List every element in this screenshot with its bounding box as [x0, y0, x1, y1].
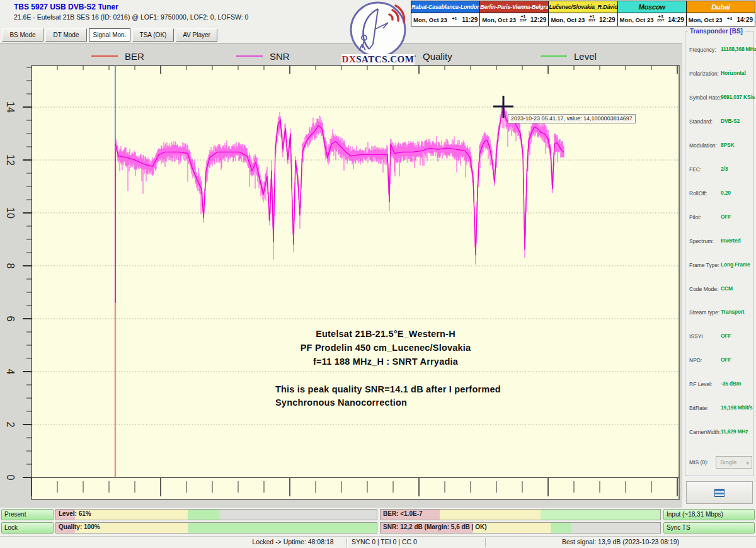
logo-wordmark: DXSATCS.COM — [341, 54, 415, 65]
legend-label: SNR — [270, 51, 290, 62]
legend-swatch — [541, 55, 567, 57]
clock-city: Moscow — [618, 1, 686, 13]
y-axis-tick-label: 8 — [6, 256, 16, 275]
signal-indicator-bars: PresentLevel: 61%BER: <1.0E-7Input (~18,… — [0, 509, 756, 536]
status-box: Present — [1, 509, 54, 520]
legend-swatch — [236, 55, 263, 57]
annotation-line1: Eutelsat 21B-21.5°E_Western-H — [209, 327, 562, 341]
progress-segment — [188, 523, 377, 533]
transponder-row: Modulation:8PSK — [685, 142, 755, 151]
clock-utc-offset: +4 — [727, 16, 732, 21]
transponder-groupbox: Transponder [BS] Frequency:11188,368 MHz… — [685, 31, 754, 476]
tuner-subtitle: 21.6E - Eutelsat 21B SES 16 (ID: 0216) @… — [14, 13, 248, 21]
transponder-row-label: RollOff: — [689, 190, 707, 197]
transponder-row-value: CCM — [721, 285, 733, 292]
transponder-row: NPD:OFF — [685, 357, 755, 366]
transponder-row-label: NPD: — [689, 357, 702, 363]
annotation-line4: This is peak quality SNR=14.1 dB after I… — [275, 383, 501, 396]
legend-label: BER — [125, 51, 144, 62]
progress-bar: Level: 61% — [55, 509, 377, 520]
clock-time-value: 11:29 — [462, 16, 478, 23]
clock-utc-offset: +1DST — [588, 14, 595, 23]
y-axis-tick-label: 2 — [6, 415, 16, 434]
progress-segment — [188, 510, 219, 520]
clock-time: Mon, Oct 23+111:29 — [411, 13, 479, 26]
signal-row: LockQuality: 100%SNR: 12,2 dB (Margin: 5… — [0, 522, 756, 534]
transponder-row-value: 11188,368 MHz — [721, 46, 756, 52]
legend-label: Quality — [423, 51, 452, 62]
y-axis-tick-label: 6 — [6, 309, 16, 328]
clock-3: MoscowMon, Oct 23+3DST14:29 — [618, 1, 687, 26]
transponder-row: RF Level:-35 dBm — [685, 381, 755, 390]
transponder-row-label: Spectrum: — [689, 238, 714, 244]
transponder-row-label: CarrierWidth: — [689, 429, 721, 435]
transponder-row-value: DVB-S2 — [721, 118, 740, 124]
tab-tsa-ok-[interactable]: TSA (OK) — [132, 28, 174, 42]
tab-av-player[interactable]: AV Player — [176, 28, 217, 42]
dxsatcs-logo: DXSATCS.COM — [341, 0, 415, 67]
progress-bar-label: BER: <1.0E-7 — [383, 510, 423, 517]
status-divider — [485, 538, 486, 547]
clock-1: Berlin-Paris-Vienna-BelgradeMon, Oct 23+… — [480, 1, 549, 26]
transponder-row: BitRate:19,198 Mbit/s — [685, 405, 755, 414]
transponder-row: Polarization:Horizontal — [685, 71, 755, 79]
clock-utc-offset: +3DST — [657, 14, 664, 23]
mis-select[interactable]: Single ▾ — [716, 456, 752, 469]
snr-plot — [19, 60, 682, 506]
transponder-row: CarrierWidth:11,629 MHz — [685, 429, 755, 438]
clock-time-value: 12:29 — [530, 16, 547, 23]
transponder-row-value: OFF — [721, 357, 731, 363]
transponder-panel: Transponder [BS] Frequency:11188,368 MHz… — [684, 28, 756, 508]
signal-chart-panel: BERSNRQualityLevel 02468101214 Eutelsat … — [0, 43, 682, 508]
annotation-line3: f=11 188 MHz_H : SNRT Arryadia — [209, 355, 562, 368]
transponder-row-value: OFF — [721, 214, 731, 220]
transponder-row: FEC:2/3 — [685, 166, 755, 175]
dst-flag: DST — [520, 19, 527, 23]
transponder-row: Pilot:OFF — [685, 214, 755, 223]
status-uptime: Locked -> Uptime: 48:08:18 — [252, 538, 333, 545]
progress-bar: Quality: 100% — [55, 522, 377, 534]
clock-date: Mon, Oct 23 — [482, 16, 516, 23]
transponder-row-label: Standard: — [689, 118, 713, 125]
clock-time: Mon, Oct 23+3DST14:29 — [618, 13, 686, 26]
progress-segment — [75, 510, 188, 520]
mis-row: MIS (0): Single ▾ — [685, 456, 755, 470]
transponder-row: Frequency:11188,368 MHz — [685, 47, 755, 55]
transponder-row-value: 19,198 Mbit/s — [721, 404, 752, 411]
clock-date: Mon, Oct 23 — [620, 16, 654, 23]
offset-value: +4 — [727, 16, 732, 21]
transponder-row-label: Frequency: — [689, 47, 716, 53]
transponder-row-label: Stream type: — [689, 309, 719, 316]
transponder-row-label: RF Level: — [689, 381, 712, 387]
progress-segment — [571, 523, 660, 533]
transponder-row-label: Polarization: — [689, 71, 719, 77]
clock-date: Mon, Oct 23 — [689, 16, 723, 23]
transponder-row-value: Inverted — [721, 237, 740, 244]
transponder-row-value: 0.20 — [721, 190, 731, 196]
transponder-row: Frame Type:Long Frame — [685, 262, 755, 271]
mode-tabs: BS ModeDT ModeSignal Mon.TSA (OK)AV Play… — [2, 28, 217, 42]
transponder-title: Transponder [BS] — [688, 28, 745, 35]
chart-annotation-note: This is peak quality SNR=14.1 dB after I… — [275, 383, 501, 409]
status-divider — [346, 538, 348, 547]
tab-dt-mode[interactable]: DT Mode — [45, 28, 87, 42]
chart-annotation-header: Eutelsat 21B-21.5°E_Western-H PF Prodeli… — [209, 327, 562, 368]
annotation-line5: Synchronous Nanocorrection — [275, 396, 501, 409]
clock-time-value: 14:29 — [668, 16, 684, 23]
signal-row: PresentLevel: 61%BER: <1.0E-7Input (~18,… — [0, 509, 756, 520]
clock-date: Mon, Oct 23 — [551, 16, 585, 23]
transponder-row: Spectrum:Inverted — [685, 238, 755, 247]
status-box: Lock — [1, 522, 54, 534]
y-axis-tick-label: 0 — [6, 468, 16, 487]
transponder-row-value: Long Frame — [721, 261, 750, 268]
progress-segment — [219, 510, 377, 520]
progress-segment — [541, 510, 660, 520]
progress-segment — [440, 510, 541, 520]
clock-utc-offset: +1 — [452, 16, 457, 21]
transponder-row-value: -35 dBm — [721, 380, 741, 387]
tab-signal-mon-[interactable]: Signal Mon. — [89, 28, 130, 42]
transponder-row: Stream type:Transport — [685, 309, 755, 318]
y-axis-tick-label: 12 — [6, 151, 16, 169]
transponder-list-button[interactable] — [686, 481, 753, 504]
tab-bs-mode[interactable]: BS Mode — [2, 28, 43, 42]
